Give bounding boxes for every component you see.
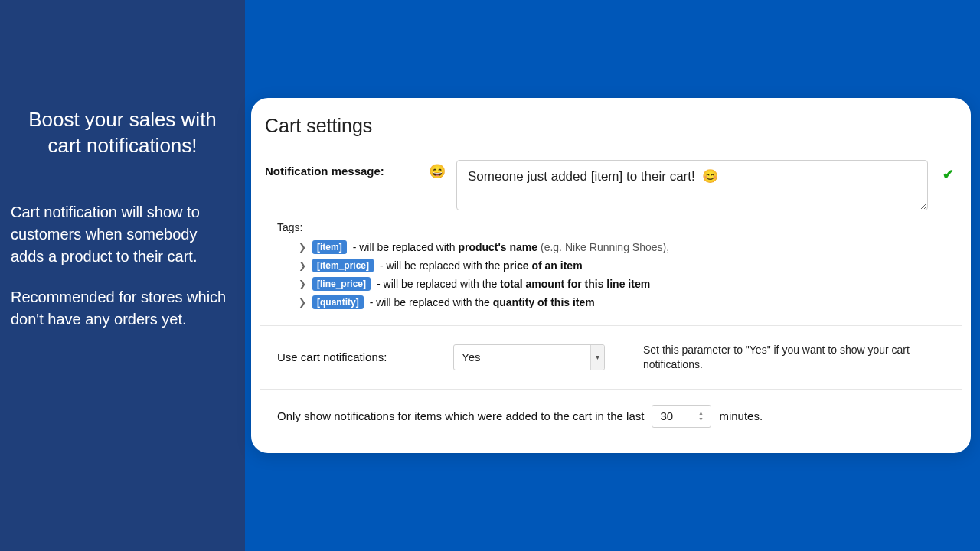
tag-description: - will be replaced with the total amount… <box>377 278 650 290</box>
use-cart-notifications-select-wrap: Yes ▾ <box>453 344 605 370</box>
cart-settings-panel: Cart settings Notification message: 😄 ✔ … <box>251 98 971 453</box>
saved-check-icon: ✔ <box>939 160 957 183</box>
chevron-right-icon: ❯ <box>299 242 306 253</box>
use-cart-notifications-label: Use cart notifications: <box>277 350 438 364</box>
time-window-row: Only show notifications for items which … <box>260 390 962 445</box>
number-stepper-icon[interactable]: ▲▼ <box>693 407 708 425</box>
tag-description: - will be replaced with product's name (… <box>353 241 669 253</box>
promo-paragraph-1: Cart notification will show to customers… <box>11 201 234 268</box>
tags-help-block: Tags: ❯ [item] - will be replaced with p… <box>260 221 962 325</box>
tag-row-item-price: ❯ [item_price] - will be replaced with t… <box>277 256 962 275</box>
panel-title: Cart settings <box>265 115 962 137</box>
chevron-right-icon: ❯ <box>299 297 306 308</box>
main-area: Cart settings Notification message: 😄 ✔ … <box>245 0 980 551</box>
tag-row-line-price: ❯ [line_price] - will be replaced with t… <box>277 275 962 293</box>
tag-pill[interactable]: [line_price] <box>312 277 371 291</box>
emoji-picker-button[interactable]: 😄 <box>429 160 446 180</box>
tag-description: - will be replaced with the quantity of … <box>370 296 595 308</box>
notification-message-label: Notification message: <box>265 160 418 178</box>
use-cart-notifications-select[interactable]: Yes <box>453 344 605 370</box>
tag-row-item: ❯ [item] - will be replaced with product… <box>277 238 962 256</box>
time-window-prefix: Only show notifications for items which … <box>277 409 644 422</box>
notification-message-input[interactable] <box>456 160 928 210</box>
time-window-suffix: minutes. <box>719 409 763 422</box>
chevron-right-icon: ❯ <box>299 279 306 289</box>
tag-description: - will be replaced with the price of an … <box>380 259 583 272</box>
promo-paragraph-2: Recommended for stores which don't have … <box>11 286 234 331</box>
notification-message-row: Notification message: 😄 ✔ <box>260 160 962 221</box>
use-cart-notifications-row: Use cart notifications: Yes ▾ Set this p… <box>260 326 962 389</box>
use-cart-notifications-help: Set this parameter to "Yes" if you want … <box>643 343 919 372</box>
promo-sidebar: Boost your sales with cart notifications… <box>0 0 245 551</box>
tag-pill[interactable]: [quantity] <box>312 295 364 309</box>
tag-pill[interactable]: [item_price] <box>312 259 374 272</box>
chevron-right-icon: ❯ <box>299 260 306 271</box>
tag-row-quantity: ❯ [quantity] - will be replaced with the… <box>277 293 962 311</box>
tags-title: Tags: <box>277 221 962 233</box>
promo-heading: Boost your sales with cart notifications… <box>11 107 234 159</box>
tag-pill[interactable]: [item] <box>312 240 347 254</box>
divider <box>260 445 962 445</box>
